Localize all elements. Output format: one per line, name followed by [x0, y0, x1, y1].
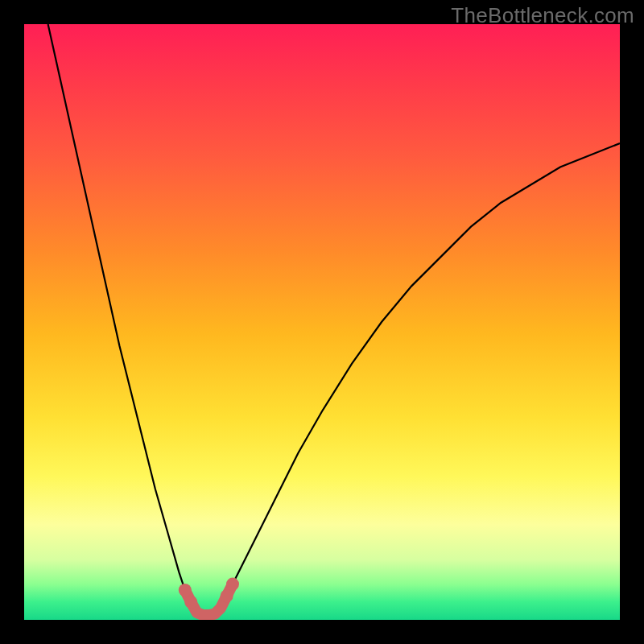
curve-left-branch — [48, 24, 197, 614]
curve-right-branch — [221, 143, 620, 608]
valley-dot — [226, 578, 239, 591]
valley-dot — [179, 584, 192, 597]
valley-dots — [179, 578, 239, 609]
valley-dot — [184, 596, 197, 609]
valley-dot — [221, 589, 233, 602]
chart-frame: TheBottleneck.com — [0, 0, 644, 644]
plot-area — [24, 24, 620, 620]
curve-layer — [24, 24, 620, 620]
